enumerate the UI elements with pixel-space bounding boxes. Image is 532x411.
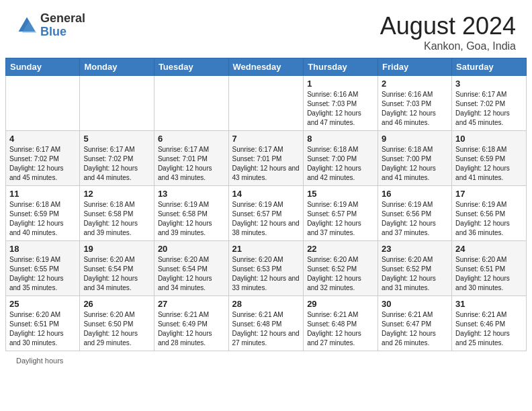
month-year: August 2024 xyxy=(380,12,516,40)
calendar-cell: 14 Sunrise: 6:19 AMSunset: 6:57 PMDaylig… xyxy=(228,186,304,241)
calendar-cell: 13 Sunrise: 6:19 AMSunset: 6:58 PMDaylig… xyxy=(154,186,228,241)
calendar-cell: 15 Sunrise: 6:19 AMSunset: 6:57 PMDaylig… xyxy=(304,186,378,241)
calendar-cell xyxy=(154,76,228,131)
day-header-friday: Friday xyxy=(378,58,452,76)
calendar-cell: 20 Sunrise: 6:20 AMSunset: 6:54 PMDaylig… xyxy=(154,241,228,296)
calendar-cell: 9 Sunrise: 6:18 AMSunset: 7:00 PMDayligh… xyxy=(378,131,452,186)
week-row-2: 4 Sunrise: 6:17 AMSunset: 7:02 PMDayligh… xyxy=(6,131,527,186)
calendar-wrapper: SundayMondayTuesdayWednesdayThursdayFrid… xyxy=(0,58,532,354)
day-info: Sunrise: 6:17 AMSunset: 7:02 PMDaylight:… xyxy=(455,91,510,126)
day-number: 29 xyxy=(307,299,374,309)
day-info: Sunrise: 6:16 AMSunset: 7:03 PMDaylight:… xyxy=(307,91,361,126)
calendar-cell: 16 Sunrise: 6:19 AMSunset: 6:56 PMDaylig… xyxy=(378,186,452,241)
day-info: Sunrise: 6:20 AMSunset: 6:54 PMDaylight:… xyxy=(158,256,212,291)
day-number: 31 xyxy=(455,299,523,309)
day-number: 2 xyxy=(382,79,448,89)
calendar-cell xyxy=(6,76,80,131)
day-info: Sunrise: 6:20 AMSunset: 6:53 PMDaylight:… xyxy=(232,256,300,291)
day-number: 6 xyxy=(158,134,225,144)
day-number: 13 xyxy=(158,189,225,199)
calendar-cell: 22 Sunrise: 6:20 AMSunset: 6:52 PMDaylig… xyxy=(304,241,378,296)
day-info: Sunrise: 6:16 AMSunset: 7:03 PMDaylight:… xyxy=(382,91,436,126)
day-number: 20 xyxy=(158,244,225,254)
day-number: 26 xyxy=(83,299,150,309)
day-info: Sunrise: 6:19 AMSunset: 6:57 PMDaylight:… xyxy=(232,201,300,236)
day-number: 22 xyxy=(307,244,374,254)
location: Kankon, Goa, India xyxy=(380,40,516,52)
day-info: Sunrise: 6:20 AMSunset: 6:52 PMDaylight:… xyxy=(382,256,436,291)
day-header-monday: Monday xyxy=(80,58,154,76)
calendar-cell: 1 Sunrise: 6:16 AMSunset: 7:03 PMDayligh… xyxy=(304,76,378,131)
calendar-cell: 31 Sunrise: 6:21 AMSunset: 6:46 PMDaylig… xyxy=(452,296,527,351)
week-row-1: 1 Sunrise: 6:16 AMSunset: 7:03 PMDayligh… xyxy=(6,76,527,131)
day-number: 16 xyxy=(382,189,448,199)
calendar-cell: 2 Sunrise: 6:16 AMSunset: 7:03 PMDayligh… xyxy=(378,76,452,131)
calendar-header: SundayMondayTuesdayWednesdayThursdayFrid… xyxy=(6,58,527,76)
calendar-cell xyxy=(80,76,154,131)
calendar-cell: 24 Sunrise: 6:20 AMSunset: 6:51 PMDaylig… xyxy=(452,241,527,296)
day-number: 23 xyxy=(382,244,448,254)
day-header-wednesday: Wednesday xyxy=(228,58,304,76)
day-header-tuesday: Tuesday xyxy=(154,58,228,76)
day-number: 28 xyxy=(232,299,300,309)
day-info: Sunrise: 6:19 AMSunset: 6:56 PMDaylight:… xyxy=(455,201,510,236)
calendar-cell: 7 Sunrise: 6:17 AMSunset: 7:01 PMDayligh… xyxy=(228,131,304,186)
day-number: 3 xyxy=(455,79,523,89)
calendar-cell: 26 Sunrise: 6:20 AMSunset: 6:50 PMDaylig… xyxy=(80,296,154,351)
day-number: 12 xyxy=(83,189,150,199)
day-info: Sunrise: 6:18 AMSunset: 6:59 PMDaylight:… xyxy=(455,146,510,181)
day-info: Sunrise: 6:17 AMSunset: 7:02 PMDaylight:… xyxy=(83,146,138,181)
day-number: 4 xyxy=(9,134,76,144)
title-block: August 2024 Kankon, Goa, India xyxy=(380,12,516,52)
calendar-cell: 12 Sunrise: 6:18 AMSunset: 6:58 PMDaylig… xyxy=(80,186,154,241)
day-number: 5 xyxy=(83,134,150,144)
day-info: Sunrise: 6:20 AMSunset: 6:52 PMDaylight:… xyxy=(307,256,361,291)
day-info: Sunrise: 6:17 AMSunset: 7:02 PMDaylight:… xyxy=(9,146,64,181)
day-info: Sunrise: 6:21 AMSunset: 6:48 PMDaylight:… xyxy=(307,311,361,347)
day-header-thursday: Thursday xyxy=(304,58,378,76)
day-number: 15 xyxy=(307,189,374,199)
calendar-cell: 30 Sunrise: 6:21 AMSunset: 6:47 PMDaylig… xyxy=(378,296,452,351)
day-number: 19 xyxy=(83,244,150,254)
calendar-cell: 27 Sunrise: 6:21 AMSunset: 6:49 PMDaylig… xyxy=(154,296,228,351)
day-info: Sunrise: 6:20 AMSunset: 6:50 PMDaylight:… xyxy=(83,311,138,347)
day-number: 9 xyxy=(382,134,448,144)
page-header: General Blue August 2024 Kankon, Goa, In… xyxy=(0,0,532,58)
footer-note: Daylight hours xyxy=(0,354,532,367)
calendar-cell: 18 Sunrise: 6:19 AMSunset: 6:55 PMDaylig… xyxy=(6,241,80,296)
calendar-cell xyxy=(228,76,304,131)
calendar-cell: 25 Sunrise: 6:20 AMSunset: 6:51 PMDaylig… xyxy=(6,296,80,351)
day-info: Sunrise: 6:21 AMSunset: 6:47 PMDaylight:… xyxy=(382,311,436,347)
day-number: 25 xyxy=(9,299,76,309)
day-info: Sunrise: 6:19 AMSunset: 6:58 PMDaylight:… xyxy=(158,201,212,236)
day-info: Sunrise: 6:19 AMSunset: 6:56 PMDaylight:… xyxy=(382,201,436,236)
day-number: 14 xyxy=(232,189,300,199)
calendar-cell: 23 Sunrise: 6:20 AMSunset: 6:52 PMDaylig… xyxy=(378,241,452,296)
week-row-5: 25 Sunrise: 6:20 AMSunset: 6:51 PMDaylig… xyxy=(6,296,527,351)
day-info: Sunrise: 6:19 AMSunset: 6:57 PMDaylight:… xyxy=(307,201,361,236)
day-info: Sunrise: 6:20 AMSunset: 6:51 PMDaylight:… xyxy=(455,256,510,291)
logo: General Blue xyxy=(16,12,85,39)
day-number: 27 xyxy=(158,299,225,309)
day-number: 24 xyxy=(455,244,523,254)
day-number: 7 xyxy=(232,134,300,144)
calendar-cell: 10 Sunrise: 6:18 AMSunset: 6:59 PMDaylig… xyxy=(452,131,527,186)
calendar-cell: 6 Sunrise: 6:17 AMSunset: 7:01 PMDayligh… xyxy=(154,131,228,186)
calendar-cell: 21 Sunrise: 6:20 AMSunset: 6:53 PMDaylig… xyxy=(228,241,304,296)
calendar-table: SundayMondayTuesdayWednesdayThursdayFrid… xyxy=(5,58,527,351)
logo-general: General xyxy=(40,12,85,26)
calendar-cell: 4 Sunrise: 6:17 AMSunset: 7:02 PMDayligh… xyxy=(6,131,80,186)
calendar-cell: 29 Sunrise: 6:21 AMSunset: 6:48 PMDaylig… xyxy=(304,296,378,351)
calendar-cell: 19 Sunrise: 6:20 AMSunset: 6:54 PMDaylig… xyxy=(80,241,154,296)
logo-blue: Blue xyxy=(40,26,85,39)
day-info: Sunrise: 6:21 AMSunset: 6:48 PMDaylight:… xyxy=(232,311,300,347)
day-header-saturday: Saturday xyxy=(452,58,527,76)
header-row: SundayMondayTuesdayWednesdayThursdayFrid… xyxy=(6,58,527,76)
day-info: Sunrise: 6:18 AMSunset: 6:58 PMDaylight:… xyxy=(83,201,138,236)
day-number: 8 xyxy=(307,134,374,144)
calendar-body: 1 Sunrise: 6:16 AMSunset: 7:03 PMDayligh… xyxy=(6,76,527,351)
day-number: 17 xyxy=(455,189,523,199)
day-info: Sunrise: 6:18 AMSunset: 7:00 PMDaylight:… xyxy=(382,146,436,181)
day-info: Sunrise: 6:21 AMSunset: 6:46 PMDaylight:… xyxy=(455,311,510,347)
day-number: 10 xyxy=(455,134,523,144)
